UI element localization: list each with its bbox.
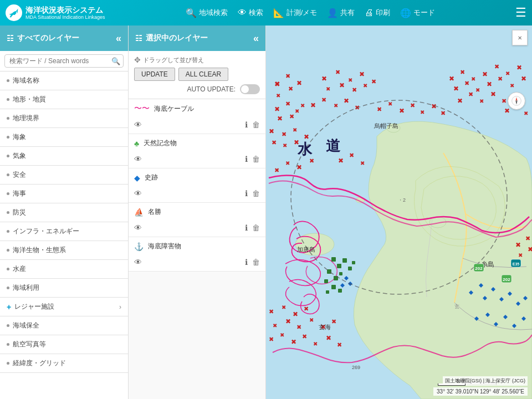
- hamburger-menu[interactable]: ☰: [515, 6, 526, 20]
- category-dot-icon: [7, 192, 9, 195]
- header-nav-item-measure-memo[interactable]: 📐計測/メモ: [273, 8, 318, 18]
- layer-category-maritime[interactable]: 海事: [0, 185, 128, 203]
- header-nav-item-search[interactable]: 👁検索: [238, 8, 263, 18]
- layer-visibility-historic-site[interactable]: 👁: [134, 189, 142, 198]
- svg-text:✖: ✖: [326, 86, 330, 92]
- svg-text:✖: ✖: [377, 106, 382, 112]
- svg-text:✖: ✖: [359, 70, 365, 78]
- nav-label-search: 検索: [249, 8, 263, 18]
- layer-category-aerial-photo[interactable]: 航空写真等: [0, 335, 128, 354]
- layer-info-seabed-cable[interactable]: ℹ: [245, 120, 248, 129]
- svg-text:✖: ✖: [285, 318, 291, 325]
- layer-category-leisure[interactable]: +レジャー施設›: [0, 298, 128, 316]
- category-label: 海域名称: [13, 76, 39, 85]
- nav-label-measure-memo: 計測/メモ: [287, 8, 318, 18]
- layer-info-scenic-spot[interactable]: ℹ: [245, 223, 248, 232]
- svg-text:✖: ✖: [288, 85, 293, 92]
- map-controls: ✕: [512, 30, 528, 45]
- svg-text:✖: ✖: [516, 64, 522, 71]
- layer-category-sea-conservation[interactable]: 海域保全: [0, 316, 128, 335]
- category-dot-icon: [7, 79, 9, 82]
- layer-visibility-scenic-spot[interactable]: 👁: [134, 223, 142, 232]
- layer-visibility-seabed-cable[interactable]: 👁: [134, 120, 142, 129]
- layer-info-seabed-obstacle[interactable]: ℹ: [245, 258, 248, 267]
- category-label: 海域保全: [13, 321, 39, 330]
- layer-info-natural-monument[interactable]: ℹ: [245, 155, 248, 163]
- category-dot-icon: [7, 362, 9, 365]
- svg-text:烏帽子島: 烏帽子島: [374, 122, 398, 129]
- svg-rect-95: [331, 257, 336, 262]
- header-nav: 🔍地域検索👁検索📐計測/メモ👤共有🖨印刷🌐モード: [116, 8, 504, 18]
- svg-text:道: 道: [326, 138, 341, 154]
- layer-category-fishery[interactable]: 水産: [0, 260, 128, 279]
- update-button[interactable]: UPDATE: [134, 68, 175, 81]
- layer-delete-seabed-cable[interactable]: 🗑: [252, 120, 260, 129]
- map-close-button[interactable]: ✕: [512, 30, 528, 45]
- layer-category-sea-area[interactable]: 海域名称: [0, 71, 128, 90]
- layer-delete-historic-site[interactable]: 🗑: [252, 189, 260, 198]
- svg-text:✖: ✖: [453, 85, 459, 93]
- category-dot-icon: [7, 249, 9, 252]
- category-label: 安全: [13, 170, 26, 180]
- layer-name-row-scenic-spot: ⛵ 名勝: [129, 203, 265, 221]
- layer-visibility-seabed-obstacle[interactable]: 👁: [134, 258, 142, 267]
- layers-icon: ☷: [7, 34, 14, 43]
- svg-text:✖: ✖: [283, 142, 287, 149]
- map-svg: ✖ ✖ ✖ ✖ ✖ ✖ ✖ ✖ ✖ ✖ ✖ ✖ ✖ ✖ ✖ ✖ ✖ ✖ ✖: [266, 25, 532, 399]
- svg-text:✖: ✖: [505, 70, 510, 76]
- layer-visibility-natural-monument[interactable]: 👁: [134, 155, 142, 163]
- layer-category-sea-use[interactable]: 海域利用: [0, 279, 128, 298]
- category-label: 防災: [13, 208, 26, 217]
- category-arrow-icon: ›: [119, 303, 121, 311]
- clear-button[interactable]: ALL CLEAR: [178, 68, 228, 81]
- svg-text:✖: ✖: [282, 131, 287, 137]
- layer-category-safety[interactable]: 安全: [0, 166, 128, 185]
- svg-text:✖: ✖: [309, 317, 314, 323]
- svg-text:✖: ✖: [475, 87, 480, 93]
- collapse-left-button[interactable]: «: [116, 33, 121, 44]
- layer-delete-seabed-obstacle[interactable]: 🗑: [252, 258, 260, 267]
- layer-search-input[interactable]: [4, 54, 124, 68]
- category-plus-icon: +: [7, 303, 11, 311]
- layer-info-historic-site[interactable]: ℹ: [245, 189, 248, 198]
- svg-rect-96: [337, 264, 341, 268]
- layer-category-terrain[interactable]: 地形・地質: [0, 90, 128, 109]
- svg-text:✖: ✖: [321, 75, 327, 83]
- header-nav-item-print[interactable]: 🖨印刷: [365, 8, 390, 18]
- layer-category-geo-boundary[interactable]: 地理境界: [0, 109, 128, 128]
- header-nav-item-share[interactable]: 👤共有: [327, 8, 355, 18]
- svg-text:✖: ✖: [348, 77, 352, 83]
- header-nav-item-mode[interactable]: 🌐モード: [400, 8, 435, 18]
- layer-name-label-historic-site: 史跡: [145, 173, 260, 182]
- search-icon: 🔍: [111, 57, 120, 65]
- svg-text:✖: ✖: [295, 108, 299, 114]
- svg-text:✖: ✖: [502, 98, 507, 104]
- auto-update-label: AUTO UPDATE:: [187, 85, 236, 93]
- map-container[interactable]: ✖ ✖ ✖ ✖ ✖ ✖ ✖ ✖ ✖ ✖ ✖ ✖ ✖ ✖ ✖ ✖ ✖ ✖ ✖: [266, 25, 532, 399]
- svg-text:✖: ✖: [285, 160, 290, 166]
- map-compass[interactable]: [508, 92, 525, 110]
- layer-category-marine-bio[interactable]: 海洋生物・生態系: [0, 241, 128, 260]
- layer-type-icon-scenic-spot: ⛵: [134, 208, 144, 217]
- layer-category-weather[interactable]: 気象: [0, 147, 128, 166]
- nav-label-region-search: 地域検索: [199, 8, 228, 18]
- svg-text:✖: ✖: [515, 241, 521, 249]
- layer-category-disaster[interactable]: 防災: [0, 203, 128, 222]
- category-label: 海洋生物・生態系: [13, 245, 66, 255]
- auto-update-toggle[interactable]: [240, 84, 260, 94]
- svg-rect-102: [352, 261, 355, 264]
- selected-layer-seabed-cable: 〜〜 海底ケーブル 👁 ℹ 🗑: [129, 99, 265, 134]
- category-label: 海象: [13, 132, 26, 142]
- svg-text:✖: ✖: [285, 73, 290, 79]
- category-dot-icon: [7, 230, 9, 233]
- layer-category-infra[interactable]: インフラ・エネルギー: [0, 222, 128, 241]
- layer-category-ocean[interactable]: 海象: [0, 128, 128, 147]
- layer-name-row-natural-monument: ♣ 天然記念物: [129, 134, 265, 152]
- layer-delete-scenic-spot[interactable]: 🗑: [252, 223, 260, 232]
- header-nav-item-region-search[interactable]: 🔍地域検索: [186, 8, 228, 18]
- collapse-middle-button[interactable]: «: [253, 33, 259, 44]
- all-layers-header: ☷ すべてのレイヤー «: [0, 25, 128, 51]
- category-label: 地理境界: [13, 114, 39, 123]
- layer-delete-natural-monument[interactable]: 🗑: [252, 155, 260, 163]
- layer-category-grid[interactable]: 経緯度・グリッド: [0, 354, 128, 373]
